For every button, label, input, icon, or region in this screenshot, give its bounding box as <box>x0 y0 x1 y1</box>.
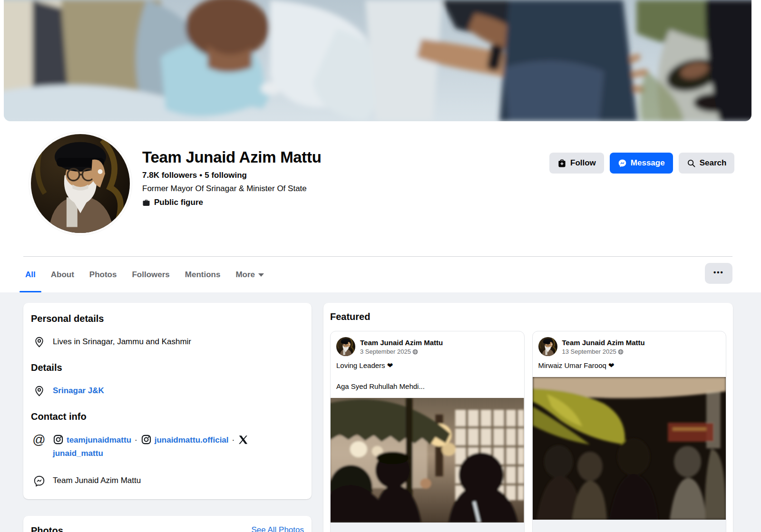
follower-stats: 7.8K followers•5 following <box>142 171 322 180</box>
lives-in-text: Lives in Srinagar, Jammu and Kashmir <box>53 337 191 347</box>
post-avatar[interactable] <box>538 337 557 356</box>
post-footer <box>331 522 524 532</box>
x-logo-icon <box>238 435 249 445</box>
page-bio: Former Mayor Of Srinagar & Minister Of S… <box>142 184 322 193</box>
location-link[interactable]: Srinagar J&K <box>53 386 104 396</box>
featured-posts: Team Junaid Azim Mattu 3 September 2025 … <box>330 331 726 532</box>
tab-mentions[interactable]: Mentions <box>177 257 228 292</box>
post-date[interactable]: 13 September 2025 <box>562 348 645 355</box>
globe-icon <box>412 349 418 355</box>
x-handle[interactable]: junaid_mattu <box>53 449 103 458</box>
photos-title: Photos <box>31 525 63 532</box>
followers-count-link[interactable]: 7.8K followers <box>142 171 197 180</box>
post-author-link[interactable]: Team Junaid Azim Mattu <box>562 338 645 347</box>
cover-photo-image <box>4 0 751 121</box>
post-preview-text: Aga Syed Ruhullah Mehdi... <box>331 381 524 391</box>
location-row: Srinagar J&K <box>33 385 302 397</box>
messenger-icon <box>618 159 627 168</box>
post-avatar[interactable] <box>336 337 355 356</box>
location-pin-icon <box>33 336 45 348</box>
intro-card: Personal details Lives in Srinagar, Jamm… <box>23 303 312 499</box>
post-footer <box>533 520 726 532</box>
featured-title: Featured <box>330 311 726 322</box>
tab-all[interactable]: All <box>18 257 43 292</box>
messenger-bubble-icon <box>33 474 45 487</box>
post-text-spacer <box>331 370 524 381</box>
follow-button[interactable]: Follow <box>549 153 604 174</box>
instagram-icon <box>141 434 152 445</box>
chevron-down-icon <box>258 273 264 277</box>
social-links-row: @ teamjunaidmattu·junaidmattu.official· … <box>33 434 302 460</box>
see-all-photos-link[interactable]: See All Photos <box>251 525 304 532</box>
category-label: Public figure <box>154 198 203 207</box>
tab-more[interactable]: More <box>228 257 272 292</box>
social-links: teamjunaidmattu·junaidmattu.official· ju… <box>53 434 252 460</box>
post-text: Mirwaiz Umar Farooq ❤ <box>533 360 726 370</box>
post-header: Team Junaid Azim Mattu 13 September 2025 <box>533 331 726 360</box>
featured-card: Featured Team Junaid Azim Mattu 3 Septem… <box>323 303 733 532</box>
profile-action-buttons: Follow Message Search <box>549 153 734 174</box>
globe-icon <box>618 349 624 355</box>
profile-picture[interactable] <box>29 132 132 235</box>
post-media-1[interactable] <box>331 398 524 522</box>
post-text: Loving Leaders ❤ <box>331 360 524 370</box>
post-header: Team Junaid Azim Mattu 3 September 2025 <box>331 331 524 360</box>
instagram-handle-2[interactable]: junaidmattu.official <box>155 435 229 445</box>
profile-tab-bar: All About Photos Followers Mentions More <box>18 257 272 292</box>
details-title: Details <box>31 362 304 373</box>
featured-post-1[interactable]: Team Junaid Azim Mattu 3 September 2025 … <box>330 331 525 532</box>
main-content: Personal details Lives in Srinagar, Jamm… <box>0 292 761 532</box>
tab-followers[interactable]: Followers <box>124 257 177 292</box>
post-media-2[interactable] <box>533 377 726 520</box>
follow-plus-icon <box>557 159 566 168</box>
instagram-icon <box>53 434 64 445</box>
photos-card: Photos See All Photos <box>23 516 312 532</box>
tab-about[interactable]: About <box>43 257 82 292</box>
following-count-link[interactable]: 5 following <box>205 171 247 180</box>
profile-title-block: Team Junaid Azim Mattu 7.8K followers•5 … <box>142 147 322 207</box>
location-pin-icon <box>33 385 45 397</box>
message-button[interactable]: Message <box>610 153 673 174</box>
cover-photo[interactable] <box>4 0 751 121</box>
post-author-link[interactable]: Team Junaid Azim Mattu <box>360 338 443 347</box>
facebook-profile-page: Team Junaid Azim Mattu 7.8K followers•5 … <box>0 0 761 532</box>
at-icon: @ <box>33 434 45 446</box>
post-date[interactable]: 3 September 2025 <box>360 348 443 355</box>
page-category: Public figure <box>142 198 322 207</box>
search-icon <box>687 159 696 168</box>
contact-info-title: Contact info <box>31 411 304 422</box>
messenger-handle[interactable]: Team Junaid Azim Mattu <box>53 476 141 485</box>
search-button[interactable]: Search <box>679 153 735 174</box>
page-title: Team Junaid Azim Mattu <box>142 147 322 167</box>
personal-details-title: Personal details <box>31 313 304 324</box>
instagram-handle-1[interactable]: teamjunaidmattu <box>67 435 131 445</box>
featured-post-2[interactable]: Team Junaid Azim Mattu 13 September 2025… <box>532 331 727 532</box>
lives-in-row: Lives in Srinagar, Jammu and Kashmir <box>33 336 302 348</box>
messenger-row: Team Junaid Azim Mattu <box>33 474 302 487</box>
briefcase-icon <box>142 199 150 207</box>
stats-separator: • <box>199 171 202 180</box>
more-options-button[interactable]: ••• <box>705 263 732 284</box>
tab-photos[interactable]: Photos <box>82 257 125 292</box>
